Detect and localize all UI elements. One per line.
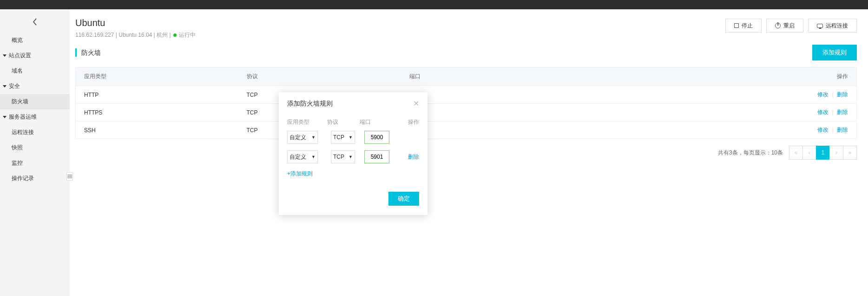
sidebar-collapse-button[interactable] [66, 172, 73, 181]
pager-summary: 共有3条，每页显示：10条 [718, 149, 783, 157]
section-title: 防火墙 [75, 48, 101, 57]
sidebar-item-monitor[interactable]: 监控 [0, 155, 70, 171]
th-app: 应用类型 [76, 67, 238, 86]
remote-connect-button[interactable]: 远程连接 [808, 19, 857, 33]
confirm-button[interactable]: 确定 [388, 192, 419, 206]
collapse-icon [67, 175, 72, 178]
row-delete-link[interactable]: 删除 [408, 153, 419, 161]
button-label: 停止 [742, 22, 753, 30]
separator: | [832, 127, 834, 133]
cell-app: HTTP [76, 86, 238, 104]
main-content: Ubuntu 116.62.169.227 | Ubuntu 16.04 | 杭… [70, 9, 868, 296]
button-label: 远程连接 [826, 22, 848, 30]
sidebar: 概览 站点设置 域名 安全 防火墙 服务器运维 远程连接 快照 监控 操作记录 [0, 9, 70, 296]
modal-th-port: 端口 [360, 118, 393, 126]
sidebar-group-site[interactable]: 站点设置 [0, 48, 70, 63]
sidebar-item-firewall[interactable]: 防火墙 [0, 94, 70, 109]
cell-port: 80 [401, 86, 792, 104]
server-ip: 116.62.169.227 [75, 32, 114, 38]
protocol-select[interactable]: TCP ▼ [331, 150, 355, 163]
stop-button[interactable]: 停止 [725, 19, 762, 33]
status-dot-icon [173, 34, 177, 37]
cell-port [401, 104, 792, 121]
caret-down-icon [3, 54, 7, 57]
chevron-down-icon: ▼ [311, 135, 316, 140]
select-value: 自定义 [289, 153, 306, 161]
sidebar-item-snapshot[interactable]: 快照 [0, 140, 70, 155]
modal-th-op: 操作 [393, 118, 419, 126]
pager-prev[interactable]: ‹ [802, 146, 816, 160]
sidebar-group-label: 服务器运维 [9, 109, 37, 125]
restart-button[interactable]: 重启 [766, 19, 803, 33]
app-type-select[interactable]: 自定义 ▼ [287, 150, 318, 163]
sidebar-item-domain[interactable]: 域名 [0, 63, 70, 79]
modal-rule-row: 自定义 ▼ TCP ▼ [287, 131, 419, 144]
select-value: TCP [333, 154, 344, 160]
chevron-left-icon [32, 18, 38, 26]
modal-th-proto: 协议 [327, 118, 360, 126]
page-subtitle: 116.62.169.227 | Ubuntu 16.04 | 杭州 | 运行中 [75, 31, 196, 39]
port-input[interactable] [364, 131, 389, 144]
modal-title: 添加防火墙规则 [287, 100, 333, 108]
select-value: 自定义 [289, 134, 306, 141]
chevron-down-icon: ▼ [311, 155, 316, 159]
delete-link[interactable]: 删除 [837, 109, 848, 115]
add-rule-button[interactable]: 添加规则 [812, 45, 857, 61]
chevron-down-icon: ▼ [349, 155, 353, 159]
sidebar-item-remote[interactable]: 远程连接 [0, 125, 70, 140]
caret-down-icon [3, 116, 7, 118]
th-proto: 协议 [238, 67, 401, 86]
caret-down-icon [3, 85, 7, 87]
modal-rule-row: 自定义 ▼ TCP ▼ 删除 [287, 150, 419, 163]
cell-app: SSH [76, 121, 238, 139]
pager-next[interactable]: › [829, 146, 843, 160]
protocol-select[interactable]: TCP ▼ [331, 131, 355, 144]
cell-app: HTTPS [76, 104, 238, 121]
delete-link[interactable]: 删除 [837, 91, 848, 98]
pager-page[interactable]: 1 [816, 146, 830, 160]
page-title: Ubuntu [75, 18, 196, 28]
server-region: 杭州 [157, 32, 168, 38]
back-button[interactable] [0, 15, 70, 29]
edit-link[interactable]: 修改 [817, 91, 829, 98]
th-op: 操作 [792, 67, 857, 86]
server-os: Ubuntu 16.04 [118, 32, 152, 38]
chevron-down-icon: ▼ [349, 135, 353, 140]
sidebar-item-overview[interactable]: 概览 [0, 33, 70, 48]
sidebar-group-label: 站点设置 [9, 48, 31, 63]
server-status: 运行中 [179, 32, 196, 38]
add-firewall-rule-modal: 添加防火墙规则 ✕ 应用类型 协议 端口 操作 自定义 ▼ TCP ▼ 自定义 … [279, 92, 427, 215]
edit-link[interactable]: 修改 [817, 109, 829, 115]
table-row: HTTP TCP 80 修改 | 删除 [76, 86, 857, 104]
top-bar [0, 0, 868, 9]
button-label: 重启 [783, 22, 795, 30]
firewall-table: 应用类型 协议 端口 操作 HTTP TCP 80 修改 | 删除 [75, 67, 857, 139]
port-input[interactable] [364, 150, 389, 163]
modal-th-app: 应用类型 [287, 118, 327, 126]
power-icon [775, 23, 781, 28]
sidebar-group-ops[interactable]: 服务器运维 [0, 109, 70, 125]
select-value: TCP [333, 134, 344, 141]
table-row: HTTPS TCP 修改 | 删除 [76, 104, 857, 121]
sidebar-group-label: 安全 [9, 79, 20, 94]
sidebar-group-security[interactable]: 安全 [0, 79, 70, 94]
pager-last[interactable]: » [843, 146, 857, 160]
app-type-select[interactable]: 自定义 ▼ [287, 131, 318, 144]
table-row: SSH TCP 修改 | 删除 [76, 121, 857, 139]
add-row-link[interactable]: +添加规则 [287, 170, 419, 178]
separator: | [832, 109, 834, 115]
stop-icon [734, 23, 739, 28]
sidebar-item-oplog[interactable]: 操作记录 [0, 171, 70, 186]
pager: « ‹ 1 › » [789, 146, 857, 160]
separator: | [832, 91, 834, 98]
edit-link[interactable]: 修改 [817, 127, 829, 133]
monitor-icon [817, 24, 823, 28]
delete-link[interactable]: 删除 [837, 127, 848, 133]
th-port: 端口 [401, 67, 792, 86]
close-icon[interactable]: ✕ [413, 100, 419, 108]
cell-port [401, 121, 792, 139]
pager-first[interactable]: « [789, 146, 803, 160]
